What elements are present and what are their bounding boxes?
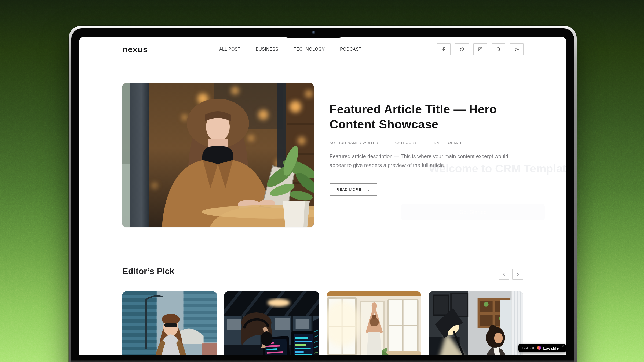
carousel-next-button[interactable]	[512, 269, 523, 280]
lovable-close-icon[interactable]: ✕	[561, 345, 564, 348]
browser-screen: nexus ALL POST BUSINESS TECHNOLOGY PODCA…	[79, 37, 566, 355]
meta-author: AUTHOR NAME / WRITER	[330, 141, 378, 145]
read-more-button[interactable]: READ MORE →	[330, 183, 377, 196]
ghost-get-started-button: Get Started	[401, 204, 545, 220]
meta-date: DATE FORMAT	[434, 141, 462, 145]
arrow-right-icon: →	[366, 187, 370, 192]
nav-business[interactable]: BUSINESS	[256, 47, 278, 52]
lovable-badge[interactable]: Edit with Lovable ✕	[518, 344, 566, 352]
chevron-right-icon	[515, 272, 520, 276]
card-home-yoga[interactable]	[327, 291, 421, 355]
theme-toggle-button[interactable]	[510, 43, 524, 55]
twitter-button[interactable]	[455, 43, 469, 55]
main-nav: ALL POST BUSINESS TECHNOLOGY PODCAST	[219, 37, 361, 62]
card-developer-workstation[interactable]	[224, 291, 319, 355]
read-more-label: READ MORE	[336, 187, 361, 191]
facebook-button[interactable]	[437, 43, 451, 55]
webcam-icon	[312, 31, 315, 34]
laptop-mockup: nexus ALL POST BUSINESS TECHNOLOGY PODCA…	[69, 26, 577, 362]
featured-article-description: Featured article description — This is w…	[330, 152, 524, 170]
lovable-badge-prefix: Edit with	[522, 346, 535, 350]
nav-all-post[interactable]: ALL POST	[219, 47, 240, 52]
card-street-style-fashion[interactable]	[122, 291, 217, 355]
carousel-nav	[499, 269, 523, 280]
nav-technology[interactable]: TECHNOLOGY	[294, 47, 325, 52]
card-home-office[interactable]	[429, 291, 523, 355]
meta-separator: —	[385, 141, 389, 145]
cafe-woman-laptop-photo	[122, 83, 314, 227]
search-icon	[496, 47, 501, 52]
featured-article-image[interactable]	[122, 83, 314, 227]
editors-pick-cards	[122, 291, 523, 355]
carousel-prev-button[interactable]	[499, 269, 509, 280]
meta-category: CATEGORY	[395, 141, 417, 145]
featured-article-meta: AUTHOR NAME / WRITER — CATEGORY — DATE F…	[330, 141, 528, 145]
lovable-badge-brand: Lovable	[543, 346, 559, 350]
instagram-button[interactable]	[473, 43, 487, 55]
search-button[interactable]	[492, 43, 505, 55]
header-actions	[437, 43, 524, 55]
developer-workstation-photo	[224, 291, 319, 355]
laptop-hinge	[71, 360, 574, 362]
featured-article-title: Featured Article Title — Hero Content Sh…	[330, 102, 528, 132]
home-office-photo	[429, 291, 523, 355]
heart-icon	[537, 346, 541, 350]
site-header: nexus ALL POST BUSINESS TECHNOLOGY PODCA…	[79, 37, 566, 62]
twitter-icon	[459, 47, 465, 52]
featured-article-content: Featured Article Title — Hero Content Sh…	[330, 102, 528, 196]
desktop-wallpaper: nexus ALL POST BUSINESS TECHNOLOGY PODCA…	[0, 0, 644, 362]
street-style-fashion-photo	[122, 291, 217, 355]
meta-separator: —	[423, 141, 427, 145]
theme-sun-icon	[514, 47, 519, 52]
chevron-left-icon	[502, 272, 506, 276]
site-logo[interactable]: nexus	[122, 45, 148, 54]
facebook-icon	[441, 47, 447, 52]
nav-podcast[interactable]: PODCAST	[340, 47, 361, 52]
instagram-icon	[478, 47, 483, 52]
home-yoga-photo	[327, 291, 421, 355]
laptop-notch	[283, 28, 344, 38]
editors-pick-heading: Editor’s Pick	[122, 266, 174, 276]
laptop-bezel: nexus ALL POST BUSINESS TECHNOLOGY PODCA…	[71, 28, 574, 362]
